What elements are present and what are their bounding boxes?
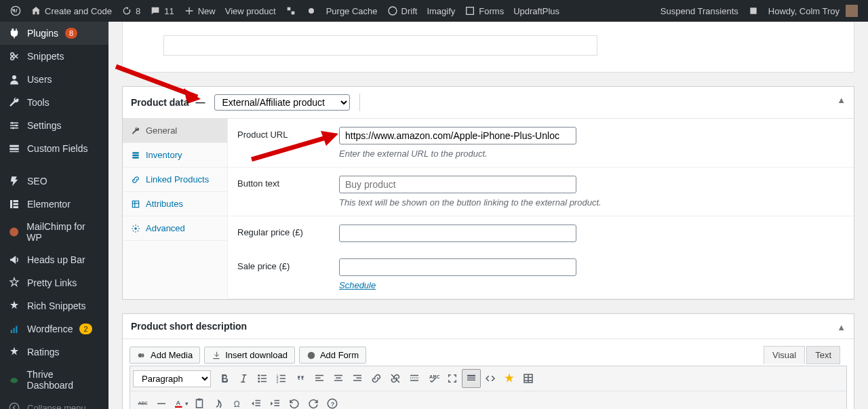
tab-inventory[interactable]: Inventory: [123, 143, 227, 168]
text-tab[interactable]: Text: [806, 346, 840, 364]
svg-text:3: 3: [277, 380, 279, 384]
drift-link[interactable]: Drift: [382, 0, 422, 22]
paste-icon[interactable]: [190, 394, 209, 409]
panel-toggle-icon[interactable]: ▲: [837, 322, 846, 332]
view-product[interactable]: View product: [220, 0, 281, 22]
alignleft-icon[interactable]: [310, 369, 329, 388]
sidebar-item-elementor[interactable]: Elementor: [0, 193, 108, 216]
clearformat-icon[interactable]: [209, 394, 228, 409]
sidebar-item-tools[interactable]: Tools: [0, 91, 108, 114]
sidebar-item-richsnippets[interactable]: Rich Snippets: [0, 294, 108, 317]
star-icon[interactable]: [500, 369, 519, 388]
sidebar-item-settings[interactable]: Settings: [0, 114, 108, 137]
site-home[interactable]: Create and Code: [26, 0, 117, 22]
svg-rect-19: [10, 200, 12, 208]
link-icon[interactable]: [367, 369, 386, 388]
ol-icon[interactable]: 123: [272, 369, 291, 388]
svg-rect-75: [256, 403, 261, 404]
tab-linked-products[interactable]: Linked Products: [123, 168, 227, 192]
visual-tab[interactable]: Visual: [764, 346, 805, 364]
tab-advanced[interactable]: Advanced: [123, 216, 227, 241]
svg-rect-44: [280, 375, 285, 376]
svg-rect-72: [198, 399, 201, 401]
wp-logo[interactable]: [5, 0, 26, 22]
sidebar-item-custom-fields[interactable]: Custom Fields: [0, 137, 108, 160]
toolbar-toggle-icon[interactable]: [462, 369, 481, 388]
alignright-icon[interactable]: [348, 369, 367, 388]
italic-icon[interactable]: [234, 369, 253, 388]
gravityforms-icon[interactable]: [281, 0, 301, 22]
sidebar-item-ratings[interactable]: Ratings: [0, 340, 108, 364]
sidebar-item-plugins[interactable]: Plugins8: [0, 22, 108, 45]
add-form-button[interactable]: Add Form: [299, 347, 366, 364]
code-icon[interactable]: [481, 369, 500, 388]
svg-point-35: [138, 353, 142, 357]
dot-icon[interactable]: [301, 0, 321, 22]
quote-icon[interactable]: [291, 369, 310, 388]
product-type-select[interactable]: External/Affiliate product: [214, 94, 350, 111]
strike-icon[interactable]: ABC: [133, 394, 152, 409]
svg-rect-20: [14, 200, 19, 202]
svg-rect-30: [132, 154, 138, 155]
product-url-input[interactable]: [339, 127, 576, 144]
ul-icon[interactable]: [253, 369, 272, 388]
button-text-label: Button text: [237, 176, 339, 208]
updraft-link[interactable]: UpdraftPlus: [509, 0, 564, 22]
specialchar-icon[interactable]: Ω: [228, 394, 247, 409]
sidebar-item-prettylinks[interactable]: Pretty Links: [0, 271, 108, 294]
fullscreen-icon[interactable]: [443, 369, 462, 388]
help-icon[interactable]: ?: [323, 394, 342, 409]
sidebar-item-seo[interactable]: SEO: [0, 170, 108, 193]
svg-rect-78: [275, 403, 280, 404]
regular-price-input[interactable]: [339, 225, 576, 242]
sidebar-item-thrive[interactable]: Thrive Dashboard: [0, 364, 108, 396]
sale-price-input[interactable]: [339, 258, 576, 276]
sidebar-item-users[interactable]: Users: [0, 68, 108, 91]
schedule-link[interactable]: Schedule: [339, 280, 376, 290]
svg-rect-5: [467, 7, 474, 15]
button-text-input[interactable]: [339, 176, 576, 193]
svg-rect-25: [14, 328, 15, 334]
svg-rect-70: [175, 406, 182, 408]
svg-point-9: [12, 75, 16, 79]
tab-general[interactable]: General: [123, 119, 227, 143]
tab-attributes[interactable]: Attributes: [123, 192, 227, 216]
format-select[interactable]: Paragraph: [133, 370, 211, 387]
regular-price-label: Regular price (£): [237, 225, 339, 242]
outdent-icon[interactable]: [247, 394, 266, 409]
product-url-hint: Enter the external URL to the product.: [339, 149, 844, 159]
purge-cache[interactable]: Purge Cache: [321, 0, 382, 22]
svg-rect-76: [256, 405, 261, 406]
comments[interactable]: 11: [145, 0, 178, 22]
sidebar-item-headsup[interactable]: Heads up Bar: [0, 248, 108, 271]
add-media-button[interactable]: Add Media: [130, 347, 200, 364]
howdy-user[interactable]: Howdy, Colm Troy: [764, 0, 863, 22]
svg-rect-56: [357, 378, 362, 379]
aligncenter-icon[interactable]: [329, 369, 348, 388]
bold-icon[interactable]: [215, 369, 234, 388]
updates[interactable]: 8: [117, 0, 145, 22]
unlink-icon[interactable]: [386, 369, 405, 388]
notifications[interactable]: [743, 0, 764, 22]
imagify-link[interactable]: Imagify: [422, 0, 460, 22]
forms-link[interactable]: Forms: [460, 0, 509, 22]
indent-icon[interactable]: [266, 394, 285, 409]
hr-icon[interactable]: [152, 394, 171, 409]
insert-download-button[interactable]: Insert download: [204, 347, 295, 364]
textcolor-icon[interactable]: A▾: [171, 394, 190, 409]
more-icon[interactable]: [405, 369, 424, 388]
sidebar-item-snippets[interactable]: Snippets: [0, 45, 108, 68]
spellcheck-icon[interactable]: ABC: [424, 369, 443, 388]
undo-icon[interactable]: [285, 394, 304, 409]
table-icon[interactable]: [519, 369, 538, 388]
svg-rect-58: [410, 375, 418, 376]
sidebar-item-wordfence[interactable]: Wordfence2: [0, 317, 108, 340]
product-data-title: Product data: [131, 97, 189, 108]
suspend-transients[interactable]: Suspend Transients: [656, 0, 743, 22]
new-content[interactable]: New: [179, 0, 220, 22]
sidebar-item-mailchimp[interactable]: MailChimp for WP: [0, 216, 108, 248]
collapse-menu[interactable]: Collapse menu: [0, 396, 108, 409]
redo-icon[interactable]: [304, 394, 323, 409]
panel-toggle-icon[interactable]: ▲: [837, 95, 846, 105]
svg-point-3: [309, 8, 314, 14]
